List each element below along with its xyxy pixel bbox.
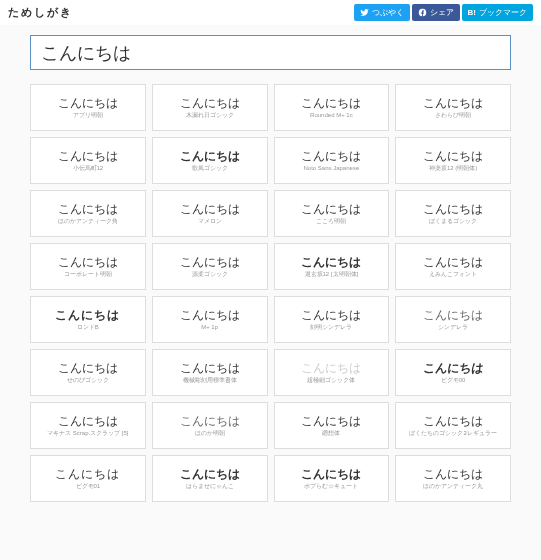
font-name-label: 超極細ゴシック体 [307, 377, 355, 383]
font-name-label: Rounded M+ 1c [310, 112, 353, 118]
font-card[interactable]: こんにちはアプリ明朝 [30, 84, 146, 131]
font-card[interactable]: こんにちは廻想体 [274, 402, 390, 449]
font-card[interactable]: こんにちはこころ明朝 [274, 190, 390, 237]
font-sample: こんにちは [423, 309, 483, 322]
hatena-bookmark-button[interactable]: B! ブックマーク [462, 4, 533, 21]
font-name-label: アプリ明朝 [73, 112, 103, 118]
font-name-label: マキナス Scrap.スクラップ [5] [47, 430, 128, 436]
font-sample: こんにちは [58, 203, 118, 216]
font-card[interactable]: こんにちはNoto Sans Japanese [274, 137, 390, 184]
facebook-icon [418, 8, 427, 17]
font-card[interactable]: こんにちは神楽坂12 (明朝体) [395, 137, 511, 184]
font-sample: こんにちは [180, 468, 240, 481]
font-card[interactable]: こんにちは源柔ゴシック [152, 243, 268, 290]
font-name-label: コーポレート明朝 [64, 271, 112, 277]
font-name-label: 機械彫刻用標準書体 [183, 377, 237, 383]
font-card[interactable]: こんにちは木漏れ日ゴシック [152, 84, 268, 131]
font-name-label: ピグモ01 [76, 483, 101, 489]
font-sample: こんにちは [423, 468, 483, 481]
font-card[interactable]: こんにちはポプらむ☆キュート [274, 455, 390, 502]
font-name-label: 廻想体 [322, 430, 340, 436]
font-sample: こんにちは [58, 256, 118, 269]
font-name-label: ポプらむ☆キュート [304, 483, 358, 489]
font-card[interactable]: こんにちはシンデレラ [395, 296, 511, 343]
font-card[interactable]: こんにちは刻明シンデレラ [274, 296, 390, 343]
font-name-label: 退玄坂12 [太明朝体] [305, 271, 359, 277]
font-sample: こんにちは [423, 97, 483, 110]
font-card[interactable]: こんにちはさわらび明朝 [395, 84, 511, 131]
font-name-label: えみんこフォント [429, 271, 477, 277]
font-sample: こんにちは [180, 256, 240, 269]
font-card[interactable]: こんにちは退玄坂12 [太明朝体] [274, 243, 390, 290]
font-card[interactable]: こんにちは機械彫刻用標準書体 [152, 349, 268, 396]
font-sample: こんにちは [58, 150, 118, 163]
twitter-share-button[interactable]: つぶやく [354, 4, 410, 21]
font-card[interactable]: こんにちはほのかアンティーク丸 [395, 455, 511, 502]
font-card[interactable]: こんにちはせのびゴシック [30, 349, 146, 396]
font-sample: こんにちは [180, 150, 240, 163]
font-sample: こんにちは [422, 362, 483, 375]
font-card[interactable]: こんにちはえみんこフォント [395, 243, 511, 290]
font-card[interactable]: こんにちはぼくたちのゴシック2レギュラー [395, 402, 511, 449]
font-sample: こんにちは [423, 150, 483, 163]
font-name-label: ほのか明朝 [195, 430, 225, 436]
header: ためしがき つぶやく シェア B! ブックマーク [0, 0, 541, 25]
font-name-label: はらませにゃんこ [186, 483, 234, 489]
font-name-label: 木漏れ日ゴシック [186, 112, 234, 118]
font-name-label: M+ 1p [201, 324, 218, 330]
font-card[interactable]: こんにちははらませにゃんこ [152, 455, 268, 502]
font-card[interactable]: こんにちはマメロン [152, 190, 268, 237]
main: こんにちはアプリ明朝こんにちは木漏れ日ゴシックこんにちはRounded M+ 1… [0, 25, 541, 514]
hatena-label: ブックマーク [479, 7, 527, 18]
font-sample: こんにちは [58, 415, 118, 428]
font-sample: こんにちは [301, 97, 361, 110]
font-card[interactable]: こんにちはほのか明朝 [152, 402, 268, 449]
font-card[interactable]: こんにちはM+ 1p [152, 296, 268, 343]
font-name-label: シンデレラ [438, 324, 468, 330]
font-sample: こんにちは [301, 362, 361, 375]
font-card[interactable]: こんにちは歌風ゴシック [152, 137, 268, 184]
font-card[interactable]: こんにちはピグモ00 [395, 349, 511, 396]
font-name-label: 刻明シンデレラ [310, 324, 352, 330]
font-card[interactable]: こんにちはぼくまるゴシック [395, 190, 511, 237]
sample-text-input[interactable] [41, 42, 500, 63]
font-sample: こんにちは [180, 415, 240, 428]
font-sample: こんにちは [301, 468, 361, 481]
font-name-label: 神楽坂12 (明朝体) [429, 165, 477, 171]
font-name-label: ぼくたちのゴシック2レギュラー [409, 430, 496, 436]
font-sample: こんにちは [180, 203, 240, 216]
sample-text-input-wrap [30, 35, 511, 70]
font-name-label: ロンドB [77, 324, 99, 330]
logo: ためしがき [8, 5, 73, 20]
font-card[interactable]: こんにちは小伝馬町12 [30, 137, 146, 184]
font-card[interactable]: こんにちはマキナス Scrap.スクラップ [5] [30, 402, 146, 449]
font-sample: こんにちは [301, 415, 361, 428]
font-name-label: 歌風ゴシック [192, 165, 228, 171]
font-card[interactable]: こんにちはRounded M+ 1c [274, 84, 390, 131]
font-sample: こんにちは [55, 309, 120, 322]
font-sample: こんにちは [301, 203, 361, 216]
font-card[interactable]: こんにちはロンドB [30, 296, 146, 343]
twitter-icon [360, 8, 369, 17]
font-sample: こんにちは [180, 309, 240, 322]
twitter-label: つぶやく [372, 7, 404, 18]
font-sample: こんにちは [301, 256, 361, 269]
font-card[interactable]: こんにちは超極細ゴシック体 [274, 349, 390, 396]
font-name-label: せのびゴシック [67, 377, 109, 383]
font-name-label: ピグモ00 [441, 377, 466, 383]
font-card[interactable]: こんにちはほのかアンティーク角 [30, 190, 146, 237]
font-card[interactable]: こんにちはピグモ01 [30, 455, 146, 502]
font-sample: こんにちは [58, 362, 118, 375]
font-grid: こんにちはアプリ明朝こんにちは木漏れ日ゴシックこんにちはRounded M+ 1… [30, 84, 511, 502]
facebook-share-button[interactable]: シェア [412, 4, 460, 21]
font-name-label: 小伝馬町12 [73, 165, 104, 171]
font-sample: こんにちは [301, 309, 361, 322]
font-sample: こんにちは [423, 415, 483, 428]
font-card[interactable]: こんにちはコーポレート明朝 [30, 243, 146, 290]
font-name-label: マメロン [198, 218, 222, 224]
font-name-label: 源柔ゴシック [192, 271, 228, 277]
font-sample: こんにちは [180, 97, 240, 110]
font-sample: こんにちは [423, 256, 483, 269]
font-sample: こんにちは [180, 362, 240, 375]
font-sample: こんにちは [301, 150, 361, 163]
